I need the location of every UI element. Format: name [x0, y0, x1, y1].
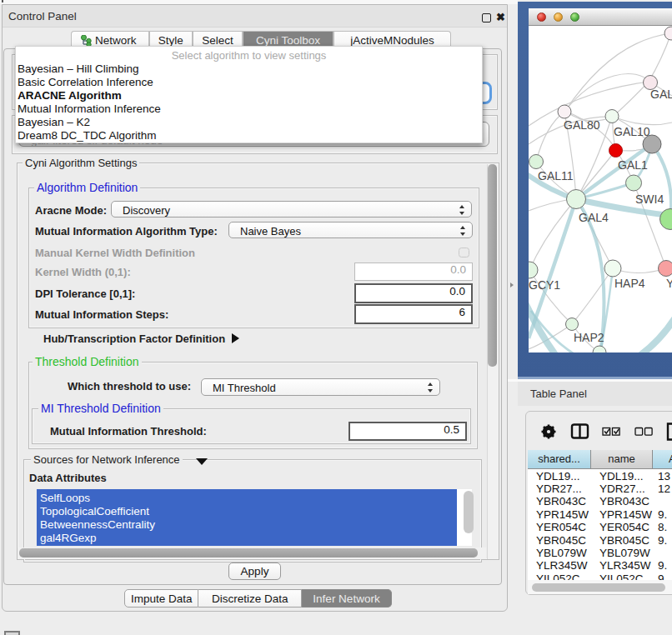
- svg-text:SWI4: SWI4: [635, 192, 664, 206]
- svg-text:GAL7: GAL7: [650, 88, 672, 101]
- svg-text:GAL80: GAL80: [564, 118, 600, 132]
- svg-text:GAL11: GAL11: [538, 169, 574, 182]
- svg-text:GAL4: GAL4: [579, 211, 609, 224]
- svg-text:YD: YD: [666, 277, 672, 290]
- svg-text:GCY1: GCY1: [529, 278, 560, 292]
- svg-text:HAP4: HAP4: [614, 277, 645, 290]
- svg-text:GAL10: GAL10: [614, 125, 650, 138]
- svg-text:HAP2: HAP2: [574, 331, 604, 344]
- svg-text:GAL1: GAL1: [618, 158, 648, 172]
